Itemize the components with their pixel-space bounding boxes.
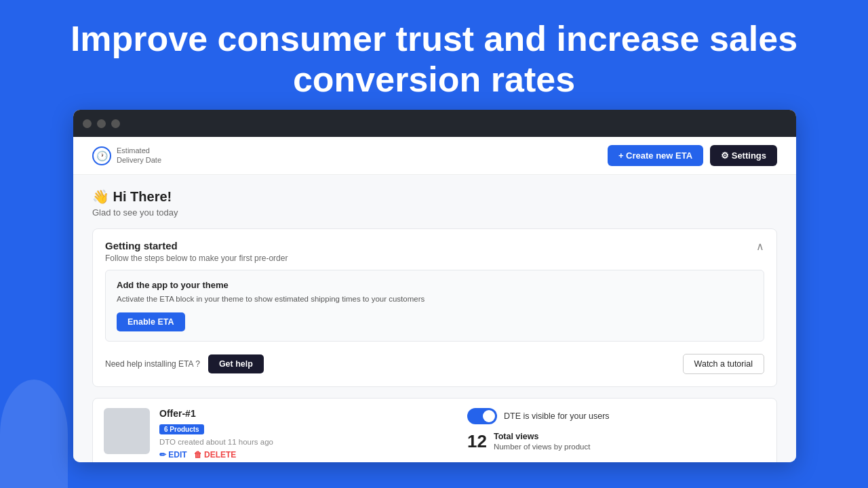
decorative-blob	[0, 380, 68, 488]
edit-link[interactable]: ✏ EDIT	[159, 450, 187, 460]
theme-card: Add the app to your theme Activate the E…	[105, 270, 764, 342]
offer-thumbnail	[104, 408, 150, 454]
views-row: 12 Total views Number of views by produc…	[467, 431, 766, 452]
enable-eta-button[interactable]: Enable ETA	[117, 312, 185, 331]
greeting-title: 👋 Hi There!	[92, 188, 777, 205]
browser-dot-green	[111, 119, 120, 128]
getting-started-card: Getting started Follow the steps below t…	[92, 228, 777, 387]
app-header: 🕐 Estimated Delivery Date + Create new E…	[73, 137, 796, 175]
browser-content: 🕐 Estimated Delivery Date + Create new E…	[73, 137, 796, 462]
getting-started-body: Add the app to your theme Activate the E…	[93, 270, 776, 386]
toggle-knob	[483, 410, 495, 422]
offer-name: Offer-#1	[159, 408, 458, 419]
get-help-button[interactable]: Get help	[208, 354, 264, 373]
offer-card: Offer-#1 6 Products DTO created about 11…	[92, 398, 777, 462]
getting-started-header: Getting started Follow the steps below t…	[93, 229, 776, 270]
chevron-up-icon[interactable]: ∧	[756, 240, 764, 253]
watch-tutorial-button[interactable]: Watch a tutorial	[683, 354, 764, 374]
offer-info: Offer-#1 6 Products DTO created about 11…	[159, 408, 458, 460]
theme-card-description: Activate the ETA block in your theme to …	[117, 293, 753, 304]
header-actions: + Create new ETA ⚙ Settings	[608, 145, 777, 166]
visibility-toggle[interactable]	[467, 408, 497, 424]
offer-stats: DTE is visible for your users 12 Total v…	[467, 408, 766, 452]
offer-meta: DTO created about 11 hours ago	[159, 438, 458, 446]
hero-section: Improve consumer trust and increase sale…	[0, 0, 868, 114]
views-info: Total views Number of views by product	[494, 431, 591, 452]
settings-button[interactable]: ⚙ Settings	[710, 145, 777, 166]
logo-text: Estimated Delivery Date	[117, 146, 161, 164]
browser-titlebar	[73, 110, 796, 137]
help-row: Need help installing ETA ? Get help Watc…	[105, 351, 764, 377]
logo-icon: 🕐	[92, 146, 111, 165]
toggle-label: DTE is visible for your users	[504, 411, 610, 421]
offer-badge: 6 Products	[159, 424, 204, 434]
delete-link[interactable]: 🗑 DELETE	[194, 450, 237, 460]
visibility-toggle-row: DTE is visible for your users	[467, 408, 766, 424]
hero-text: Improve consumer trust and increase sale…	[0, 0, 868, 114]
getting-started-title: Getting started	[105, 240, 288, 251]
greeting-subtitle: Glad to see you today	[92, 207, 777, 218]
create-eta-button[interactable]: + Create new ETA	[608, 145, 703, 166]
browser-dot-red	[83, 119, 92, 128]
logo-area: 🕐 Estimated Delivery Date	[92, 146, 161, 165]
browser-window: 🕐 Estimated Delivery Date + Create new E…	[73, 110, 796, 462]
theme-card-title: Add the app to your theme	[117, 280, 753, 290]
getting-started-header-text: Getting started Follow the steps below t…	[105, 240, 288, 263]
help-text: Need help installing ETA ?	[105, 359, 200, 369]
views-count: 12	[467, 431, 487, 452]
browser-dot-yellow	[97, 119, 106, 128]
offer-actions: ✏ EDIT 🗑 DELETE	[159, 450, 458, 460]
getting-started-subtitle: Follow the steps below to make your firs…	[105, 253, 288, 263]
main-content: 👋 Hi There! Glad to see you today Gettin…	[73, 175, 796, 462]
